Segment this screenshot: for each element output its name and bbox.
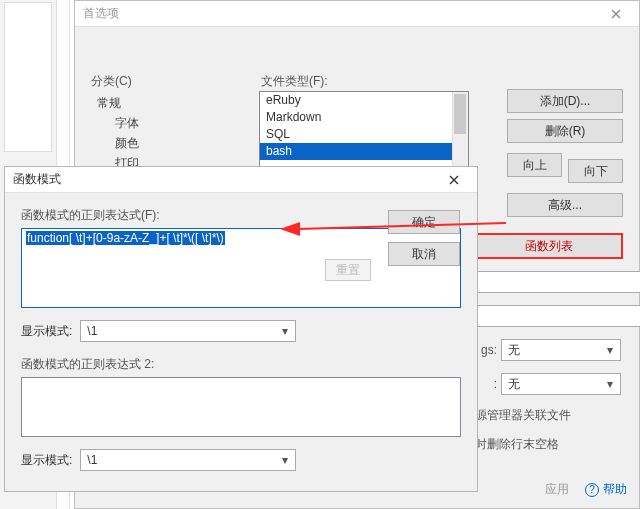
background-box — [4, 2, 52, 152]
category-root[interactable]: 常规 — [97, 93, 207, 113]
filetype-item[interactable]: eRuby — [260, 92, 468, 109]
display-combo-1[interactable]: \1 ▾ — [80, 320, 296, 342]
category-font[interactable]: 字体 — [97, 113, 207, 133]
category-color[interactable]: 颜色 — [97, 133, 207, 153]
apply-button[interactable]: 应用 — [545, 481, 569, 498]
display-label-2: 显示模式: — [21, 452, 72, 469]
close-icon[interactable] — [439, 171, 469, 189]
path-field-1[interactable] — [475, 271, 640, 293]
display-label-1: 显示模式: — [21, 323, 72, 340]
display-combo-2-value: \1 — [87, 453, 97, 467]
ok-button[interactable]: 确定 — [388, 210, 460, 234]
category-label: 分类(C) — [91, 73, 132, 90]
chevron-down-icon: ▾ — [279, 325, 291, 337]
combo-1[interactable]: 无 ▾ — [501, 339, 621, 361]
move-up-button[interactable]: 向上 — [507, 153, 562, 177]
chevron-down-icon: ▾ — [279, 454, 291, 466]
preferences-bottom-bar: 应用 ? 帮助 — [545, 481, 627, 498]
chevron-down-icon: ▾ — [604, 378, 616, 390]
combo-1-value: 无 — [508, 342, 520, 359]
filetype-item[interactable]: Markdown — [260, 109, 468, 126]
preferences-titlebar: 首选项 — [75, 1, 639, 27]
combo-label-blank: : — [475, 377, 497, 391]
regex2-label: 函数模式的正则表达式 2: — [21, 356, 461, 373]
combo-label-gs: gs: — [475, 343, 497, 357]
regex-selected-text: function[ \t]+[0-9a-zA-Z_]+[ \t]*\([ \t]… — [26, 231, 225, 245]
combo-2[interactable]: 无 ▾ — [501, 373, 621, 395]
chevron-down-icon: ▾ — [604, 344, 616, 356]
path-field-2[interactable] — [475, 305, 640, 327]
function-title: 函数模式 — [13, 171, 61, 188]
filetype-label: 文件类型(F): — [261, 73, 328, 90]
add-button[interactable]: 添加(D)... — [507, 89, 623, 113]
combo-2-value: 无 — [508, 376, 520, 393]
scrollbar-thumb[interactable] — [454, 94, 466, 134]
preferences-title: 首选项 — [83, 5, 119, 22]
regex2-input[interactable] — [21, 377, 461, 437]
ok-cancel-group: 确定 取消 — [388, 210, 460, 266]
advanced-button[interactable]: 高级... — [507, 193, 623, 217]
display-combo-1-value: \1 — [87, 324, 97, 338]
lower-right-panel: 函数列表 ... 打开 ... 打开 gs: 无 ▾ : — [475, 233, 623, 453]
function-list-button[interactable]: 函数列表 — [475, 233, 623, 259]
function-titlebar: 函数模式 — [5, 167, 477, 193]
checkbox-assoc[interactable]: 源管理器关联文件 — [475, 407, 623, 424]
filetype-item[interactable]: SQL — [260, 126, 468, 143]
help-link[interactable]: ? 帮助 — [585, 481, 627, 498]
close-icon[interactable] — [601, 5, 631, 23]
cancel-button[interactable]: 取消 — [388, 242, 460, 266]
display-combo-2[interactable]: \1 ▾ — [80, 449, 296, 471]
move-down-button[interactable]: 向下 — [568, 159, 623, 183]
help-icon: ? — [585, 483, 599, 497]
checkbox-trim[interactable]: 时删除行末空格 — [475, 436, 623, 453]
filetype-item-selected[interactable]: bash — [260, 143, 468, 160]
filetype-buttons: 添加(D)... 删除(R) 向上 向下 高级... — [507, 89, 623, 217]
delete-button[interactable]: 删除(R) — [507, 119, 623, 143]
reset-button[interactable]: 重置 — [325, 259, 371, 281]
